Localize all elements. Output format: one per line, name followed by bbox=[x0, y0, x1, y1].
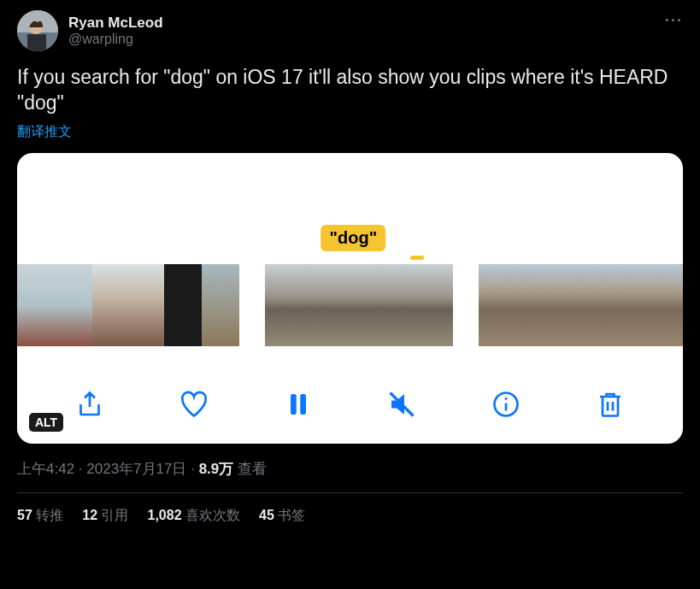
thumbnail bbox=[479, 264, 515, 346]
avatar[interactable] bbox=[17, 10, 58, 51]
tweet-header: Ryan McLeod @warpling ··· bbox=[17, 10, 683, 51]
likes-stat[interactable]: 1,082 喜欢次数 bbox=[148, 507, 241, 525]
media-toolbar bbox=[17, 389, 683, 420]
info-icon[interactable] bbox=[491, 389, 521, 420]
thumbnail bbox=[656, 264, 683, 346]
translate-link[interactable]: 翻译推文 bbox=[17, 123, 72, 141]
pause-icon[interactable] bbox=[283, 389, 314, 420]
media-attachment[interactable]: "dog" bbox=[17, 153, 683, 444]
date-text[interactable]: 2023年7月17日 bbox=[86, 461, 186, 477]
thumbnail bbox=[359, 264, 406, 346]
alt-badge[interactable]: ALT bbox=[29, 413, 63, 432]
thumbnail bbox=[164, 264, 202, 346]
stats-row: 57 转推 12 引用 1,082 喜欢次数 45 书签 bbox=[17, 493, 683, 525]
more-icon[interactable]: ··· bbox=[665, 10, 683, 30]
clip-group-2 bbox=[265, 264, 453, 346]
bookmarks-stat[interactable]: 45 书签 bbox=[259, 507, 305, 525]
trash-icon[interactable] bbox=[595, 389, 626, 420]
thumbnail bbox=[202, 264, 239, 346]
thumbnail bbox=[550, 264, 585, 346]
user-names: Ryan McLeod @warpling bbox=[68, 10, 163, 51]
search-term-badge: "dog" bbox=[321, 225, 386, 251]
video-timeline[interactable] bbox=[17, 264, 683, 346]
share-icon[interactable] bbox=[74, 389, 105, 420]
thumbnail bbox=[406, 264, 453, 346]
thumbnail bbox=[515, 264, 550, 346]
tweet-text: If you search for "dog" on iOS 17 it'll … bbox=[17, 65, 683, 116]
svg-rect-4 bbox=[291, 394, 297, 415]
thumbnail bbox=[312, 264, 359, 346]
thumbnail bbox=[17, 264, 55, 346]
tweet-container: Ryan McLeod @warpling ··· If you search … bbox=[0, 0, 700, 525]
views-label: 查看 bbox=[233, 461, 267, 477]
display-name[interactable]: Ryan McLeod bbox=[68, 15, 163, 32]
svg-rect-3 bbox=[27, 34, 46, 51]
heart-icon[interactable] bbox=[179, 389, 209, 420]
clip-group-3 bbox=[479, 264, 683, 346]
time-text[interactable]: 上午4:42 bbox=[17, 461, 74, 477]
thumbnail bbox=[55, 264, 92, 346]
match-marker bbox=[410, 256, 424, 260]
thumbnail bbox=[585, 264, 621, 346]
views-count[interactable]: 8.9万 bbox=[199, 461, 234, 477]
thumbnail bbox=[92, 264, 130, 346]
svg-rect-5 bbox=[300, 394, 306, 415]
thumbnail bbox=[621, 264, 657, 346]
svg-point-9 bbox=[505, 398, 508, 400]
user-handle[interactable]: @warpling bbox=[68, 32, 163, 47]
thumbnail bbox=[265, 264, 312, 346]
retweets-stat[interactable]: 57 转推 bbox=[17, 507, 63, 525]
thumbnail bbox=[130, 264, 163, 346]
user-info[interactable]: Ryan McLeod @warpling bbox=[17, 10, 163, 51]
mute-icon[interactable] bbox=[386, 389, 417, 420]
tweet-meta: 上午4:42 · 2023年7月17日 · 8.9万 查看 bbox=[17, 459, 683, 479]
quotes-stat[interactable]: 12 引用 bbox=[82, 507, 128, 525]
clip-group-1 bbox=[17, 264, 239, 346]
